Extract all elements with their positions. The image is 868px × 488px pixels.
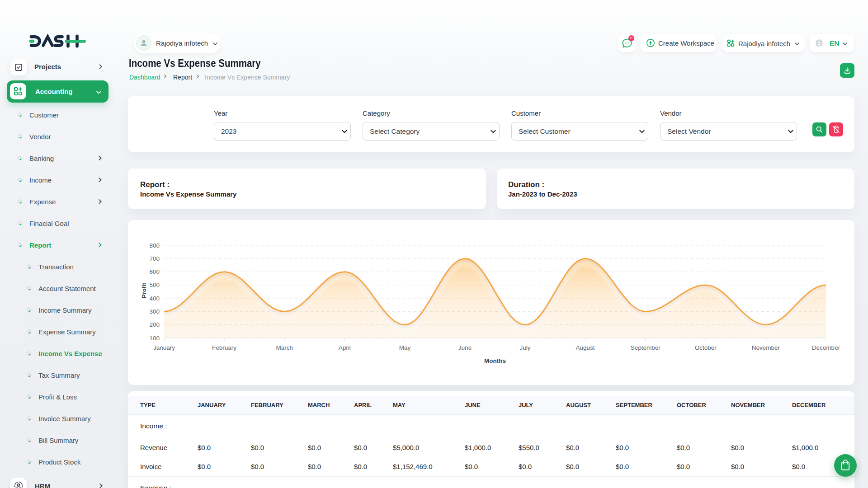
svg-text:August: August (576, 344, 595, 351)
svg-text:January: January (153, 344, 175, 351)
svg-text:May: May (399, 344, 411, 351)
svg-text:300: 300 (149, 308, 160, 315)
svg-text:700: 700 (149, 255, 160, 262)
svg-text:800: 800 (149, 242, 160, 249)
svg-text:April: April (339, 344, 351, 351)
svg-text:100: 100 (149, 335, 160, 342)
svg-text:March: March (276, 344, 293, 351)
svg-text:October: October (695, 344, 717, 351)
svg-text:600: 600 (149, 268, 160, 275)
svg-text:500: 500 (149, 282, 160, 288)
svg-text:July: July (519, 344, 530, 351)
svg-text:September: September (631, 344, 661, 351)
svg-text:November: November (752, 344, 780, 351)
svg-text:June: June (458, 344, 472, 351)
svg-text:400: 400 (149, 295, 160, 302)
svg-text:Months: Months (484, 357, 506, 364)
svg-text:February: February (212, 344, 236, 351)
svg-text:Profit: Profit (141, 282, 147, 298)
svg-text:December: December (812, 344, 840, 351)
svg-text:200: 200 (149, 321, 160, 328)
